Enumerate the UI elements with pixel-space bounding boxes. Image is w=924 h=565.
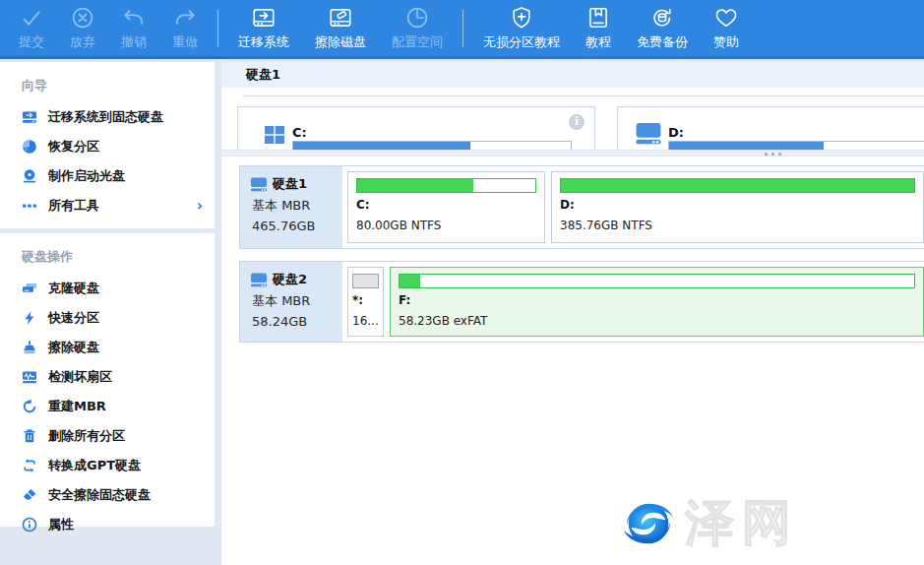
disk-row-2[interactable]: 硬盘2 基本 MBR 58.24GB *: 16... F: [239,261,924,343]
sidebar-item-label: 转换成GPT硬盘 [48,457,141,474]
migrate-system-button[interactable]: 迁移系统 [225,0,302,56]
undo-button[interactable]: 撤销 [108,0,159,56]
sidebar-item-all-tools[interactable]: 所有工具 › [0,191,215,220]
free-backup-button[interactable]: 免费备份 [624,0,701,56]
disk1-partitions: C: 80.00GB NTFS D: 385.76GB NTFS [342,166,924,248]
overview-d-usage-bar [668,141,924,150]
migrate-system-label: 迁移系统 [238,33,289,51]
partition-c-usage-fill [357,179,473,192]
sidebar-item-bootable-media[interactable]: 制作启动光盘 [0,161,215,191]
disk-row-1[interactable]: 硬盘1 基本 MBR 465.76GB C: 80.00GB NTFS [239,165,924,249]
overview-d-label: D: [668,125,684,140]
info-icon[interactable]: i [569,114,585,130]
sidebar-item-migrate-ssd[interactable]: 迁移系统到固态硬盘 [0,102,215,132]
sidebar-item-label: 删除所有分区 [48,427,125,445]
partition-unformatted-fill [353,275,378,287]
discard-label: 放弃 [70,33,95,51]
partition-f-usage-fill [400,275,420,287]
sidebar-item-label: 克隆硬盘 [48,280,99,297]
clone-disk-icon [22,281,37,296]
sidebar-item-label: 属性 [48,516,74,534]
donate-label: 赞助 [713,33,739,51]
sidebar-item-convert-gpt[interactable]: 转换成GPT硬盘 [0,451,215,480]
sidebar-item-clone-disk[interactable]: 克隆硬盘 [0,274,215,303]
donate-button[interactable]: 赞助 [701,0,752,56]
partition-manager-window: 提交 放弃 撤销 重做 迁移系统 擦除磁盘 配置空间 无损 [0,0,924,565]
erase-disk-icon [328,5,353,31]
disk1-type: 基本 MBR [250,197,342,215]
commit-label: 提交 [19,33,44,51]
disk-icon [250,176,268,192]
partition-d[interactable]: D: 385.76GB NTFS [551,171,924,243]
allocate-space-button[interactable]: 配置空间 [379,0,456,56]
toolbar-separator [462,10,463,47]
partition-c-usage-bar [356,178,536,193]
toolbar-separator [217,10,218,47]
sidebar-item-label: 所有工具 [48,197,99,215]
chevron-right-icon: › [197,197,203,215]
sidebar-item-bad-sectors[interactable]: 检测坏扇区 [0,362,215,392]
disk2-size: 58.24GB [250,314,342,329]
wipe-disk-icon [22,340,37,355]
redo-button[interactable]: 重做 [159,0,211,56]
partition-unformatted-detail: 16... [352,314,379,328]
recover-partition-icon [22,139,37,155]
check-icon [19,5,44,31]
disk2-type: 基本 MBR [250,292,342,310]
sidebar-item-delete-all-partitions[interactable]: 删除所有分区 [0,421,215,451]
sidebar-section-disk-operations: 硬盘操作 [0,233,215,274]
partition-unformatted-label: *: [352,293,379,307]
sidebar-item-label: 快速分区 [48,309,99,327]
tutorial-button[interactable]: 教程 [573,0,624,56]
sidebar-section-wizard: 向导 [0,62,215,102]
partition-f[interactable]: F: 58.23GB exFAT [390,267,924,337]
tab-disk1[interactable]: 硬盘1 [246,66,280,84]
sidebar-item-recover-partition[interactable]: 恢复分区 [0,132,215,161]
sidebar-item-label: 制作启动光盘 [48,167,125,185]
partition-tutorial-label: 无损分区教程 [483,33,560,51]
splitter-grip-dots [765,153,781,156]
overview-d-usage-fill [669,142,824,150]
horizontal-rule [243,95,924,96]
overview-card-c[interactable]: C: i [237,106,595,150]
partition-d-label: D: [560,198,915,212]
partition-c[interactable]: C: 80.00GB NTFS [347,171,545,243]
tabstrip: 硬盘1 [221,62,924,88]
panel-splitter-handle[interactable] [221,150,924,157]
disk2-info-block[interactable]: 硬盘2 基本 MBR 58.24GB [240,262,342,342]
partition-f-detail: 58.23GB exFAT [399,314,915,328]
overview-card-d[interactable]: D: [617,106,924,150]
disk1-info-block[interactable]: 硬盘1 基本 MBR 465.76GB [240,166,342,248]
partition-d-usage-fill [561,179,914,192]
partition-tutorial-button[interactable]: 无损分区教程 [470,0,573,56]
disk1-size: 465.76GB [250,219,342,233]
tutorial-book-icon [585,5,611,31]
secure-erase-icon [22,487,37,503]
allocate-space-label: 配置空间 [392,33,443,51]
overview-c-label: C: [292,125,307,140]
partition-unformatted[interactable]: *: 16... [347,267,384,337]
disk1-name: 硬盘1 [273,175,307,193]
sidebar-item-secure-erase[interactable]: 安全擦除固态硬盘 [0,480,215,510]
erase-disk-button[interactable]: 擦除磁盘 [302,0,379,56]
sidebar-item-label: 恢复分区 [48,138,99,156]
sidebar-item-label: 迁移系统到固态硬盘 [48,108,163,126]
sidebar-item-label: 安全擦除固态硬盘 [48,486,151,504]
sidebar-item-quick-partition[interactable]: 快速分区 [0,303,215,333]
sidebar-item-rebuild-mbr[interactable]: 重建MBR [0,392,215,421]
tutorial-label: 教程 [585,33,611,51]
free-backup-label: 免费备份 [637,33,688,51]
watermark: 泽网 [618,490,799,556]
sidebar-item-wipe-disk[interactable]: 擦除硬盘 [0,333,215,362]
disk-icon [635,120,662,146]
partition-tutorial-icon [509,5,534,31]
discard-button[interactable]: 放弃 [57,0,108,56]
sidebar-item-properties[interactable]: 属性 [0,510,215,539]
quick-partition-icon [22,310,37,326]
migrate-ssd-icon [22,109,37,125]
commit-button[interactable]: 提交 [6,0,57,56]
cancel-icon [70,5,95,31]
partition-c-label: C: [356,198,536,212]
watermark-swirl-logo [618,493,679,554]
erase-disk-label: 擦除磁盘 [315,33,366,51]
